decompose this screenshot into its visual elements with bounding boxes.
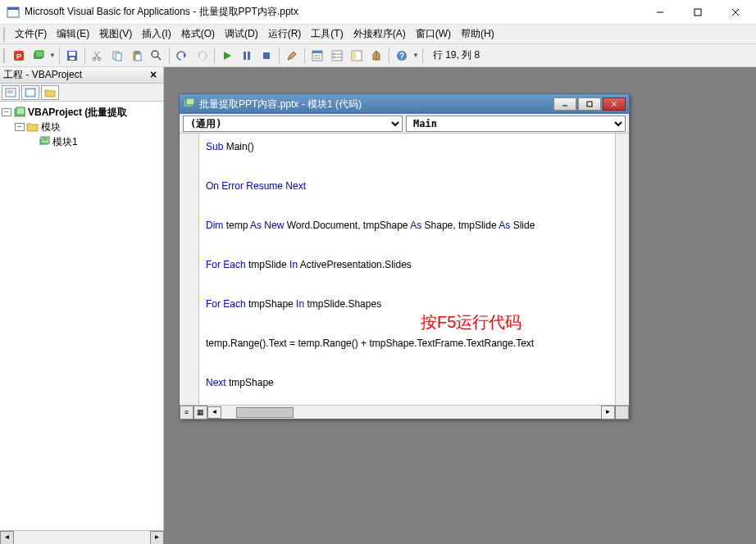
menu-format[interactable]: 格式(O) <box>176 25 220 43</box>
collapse-icon[interactable]: − <box>2 108 11 116</box>
collapse-icon[interactable]: − <box>15 123 25 131</box>
svg-rect-50 <box>186 98 194 105</box>
child-maximize-button[interactable] <box>578 97 601 111</box>
procedure-dropdown[interactable]: Main <box>406 116 626 132</box>
project-explorer-icon[interactable] <box>308 47 326 65</box>
design-mode-icon[interactable] <box>283 47 301 65</box>
project-label: VBAProject (批量提取 <box>28 106 127 120</box>
properties-icon[interactable] <box>328 47 346 65</box>
svg-text:?: ? <box>399 52 404 61</box>
toolbar: P ▼ ? ▼ 行 19, 列 8 <box>0 44 756 67</box>
project-explorer-panel: 工程 - VBAProject × − VBAProject (批量提取 − 模… <box>0 67 164 544</box>
window-title: Microsoft Visual Basic for Applications … <box>25 5 641 19</box>
module-icon <box>38 135 51 148</box>
view-powerpoint-icon[interactable]: P <box>10 47 28 65</box>
undo-icon[interactable] <box>173 47 191 65</box>
svg-rect-52 <box>587 102 592 107</box>
insert-module-icon[interactable] <box>30 47 48 65</box>
svg-rect-34 <box>352 51 356 61</box>
svg-rect-24 <box>263 52 270 59</box>
code-window-titlebar[interactable]: 批量提取PPT内容.pptx - 模块1 (代码) <box>180 94 629 114</box>
svg-rect-30 <box>332 51 335 61</box>
menu-insert[interactable]: 插入(I) <box>137 25 175 43</box>
project-icon <box>13 106 26 119</box>
save-icon[interactable] <box>63 47 81 65</box>
scroll-right-icon[interactable]: ► <box>601 406 615 419</box>
break-icon[interactable] <box>238 47 256 65</box>
object-dropdown[interactable]: (通用) <box>183 116 403 132</box>
redo-icon[interactable] <box>193 47 211 65</box>
scroll-left-icon[interactable]: ◄ <box>0 531 14 544</box>
reset-icon[interactable] <box>257 47 276 65</box>
tree-project-node[interactable]: − VBAProject (批量提取 <box>2 105 162 120</box>
module-icon <box>183 97 196 111</box>
run-icon[interactable] <box>218 47 236 65</box>
svg-rect-23 <box>248 52 250 60</box>
svg-rect-44 <box>16 107 25 115</box>
svg-rect-26 <box>312 51 322 53</box>
menu-view[interactable]: 视图(V) <box>94 25 137 43</box>
project-panel-title: 工程 - VBAProject <box>3 68 82 82</box>
svg-rect-16 <box>116 53 121 61</box>
close-panel-button[interactable]: × <box>147 69 160 82</box>
vertical-scrollbar[interactable] <box>615 134 629 405</box>
menu-edit[interactable]: 编辑(E) <box>52 25 94 43</box>
procedure-view-button[interactable]: ≡ <box>180 406 194 419</box>
app-icon <box>7 6 20 19</box>
svg-rect-11 <box>69 52 75 56</box>
svg-rect-19 <box>135 54 141 61</box>
object-browser-icon[interactable] <box>348 47 366 65</box>
paste-icon[interactable] <box>128 47 146 65</box>
cut-icon[interactable] <box>89 47 107 65</box>
child-close-button[interactable] <box>603 97 626 111</box>
svg-rect-9 <box>35 51 43 57</box>
project-tree[interactable]: − VBAProject (批量提取 − 模块 模块1 <box>0 102 163 544</box>
folder-icon <box>26 120 39 134</box>
view-code-icon[interactable] <box>2 85 20 100</box>
minimize-button[interactable] <box>641 0 679 25</box>
menu-window[interactable]: 窗口(W) <box>411 25 456 43</box>
code-window: 批量提取PPT内容.pptx - 模块1 (代码) (通用) Main Sub … <box>179 93 630 419</box>
maximize-button[interactable] <box>679 0 717 25</box>
child-minimize-button[interactable] <box>553 97 576 111</box>
svg-rect-22 <box>244 52 246 60</box>
svg-line-21 <box>157 57 161 60</box>
sizegrip[interactable] <box>615 406 629 419</box>
full-module-view-button[interactable]: ▦ <box>194 406 207 419</box>
tree-module-node[interactable]: 模块1 <box>2 134 162 149</box>
dropdown-arrow-icon[interactable]: ▼ <box>49 52 56 59</box>
project-panel-header: 工程 - VBAProject × <box>0 67 163 84</box>
toggle-folders-icon[interactable] <box>41 85 59 100</box>
copy-icon[interactable] <box>108 47 126 65</box>
mdi-area: 批量提取PPT内容.pptx - 模块1 (代码) (通用) Main Sub … <box>164 67 756 544</box>
menu-help[interactable]: 帮助(H) <box>456 25 499 43</box>
menu-addins[interactable]: 外接程序(A) <box>348 25 411 43</box>
code-editor[interactable]: Sub Main() On Error Resume Next Dim temp… <box>199 134 615 405</box>
view-object-icon[interactable] <box>21 85 39 100</box>
svg-rect-12 <box>70 57 75 60</box>
menu-run[interactable]: 运行(R) <box>263 25 307 43</box>
help-icon[interactable]: ? <box>393 47 411 65</box>
menu-file[interactable]: 文件(F) <box>10 25 52 43</box>
folder-label: 模块 <box>41 120 61 134</box>
find-icon[interactable] <box>148 47 166 65</box>
svg-rect-3 <box>695 9 701 16</box>
gripper <box>3 48 7 63</box>
dropdown-arrow-icon[interactable]: ▼ <box>412 52 419 59</box>
toolbox-icon[interactable] <box>367 47 385 65</box>
svg-rect-18 <box>134 51 139 53</box>
titlebar: Microsoft Visual Basic for Applications … <box>0 0 756 25</box>
panel-scrollbar[interactable]: ◄ ► <box>0 530 164 544</box>
cursor-position-status: 行 19, 列 8 <box>433 48 480 62</box>
horizontal-scrollbar[interactable]: ◄ <box>207 406 601 419</box>
module-label: 模块1 <box>52 135 78 149</box>
menu-tools[interactable]: 工具(T) <box>306 25 348 43</box>
tree-folder-node[interactable]: − 模块 <box>2 120 162 134</box>
svg-text:P: P <box>16 52 21 61</box>
scroll-right-icon[interactable]: ► <box>150 531 164 544</box>
close-button[interactable] <box>717 0 754 25</box>
annotation-text: 按F5运行代码 <box>421 312 521 332</box>
code-margin <box>180 134 199 405</box>
menu-debug[interactable]: 调试(D) <box>220 25 263 43</box>
code-window-title: 批量提取PPT内容.pptx - 模块1 (代码) <box>199 97 553 111</box>
